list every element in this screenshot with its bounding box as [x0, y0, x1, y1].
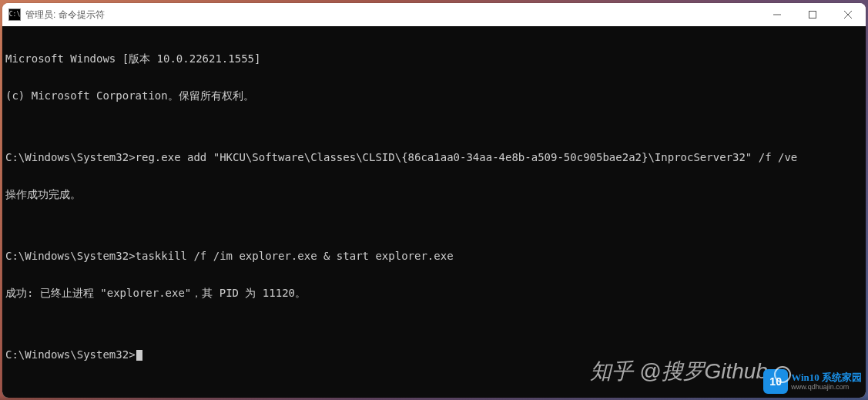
terminal-line: (c) Microsoft Corporation。保留所有权利。 — [5, 89, 863, 102]
terminal-line: 成功: 已终止进程 "explorer.exe"，其 PID 为 11120。 — [5, 287, 863, 299]
terminal-output[interactable]: Microsoft Windows [版本 10.0.22621.1555] (… — [2, 26, 866, 398]
terminal-line: 操作成功完成。 — [5, 188, 863, 200]
close-button[interactable] — [830, 3, 866, 26]
maximize-button[interactable] — [795, 3, 830, 26]
window-title: 管理员: 命令提示符 — [25, 8, 759, 22]
terminal-line: Microsoft Windows [版本 10.0.22621.1555] — [5, 52, 863, 65]
cmd-icon-glyph: C:\ — [9, 12, 20, 18]
minimize-button[interactable] — [759, 3, 795, 26]
maximize-icon — [809, 11, 816, 18]
cursor — [136, 350, 142, 361]
minimize-icon — [773, 11, 781, 18]
cmd-icon: C:\ — [8, 8, 21, 21]
titlebar[interactable]: C:\ 管理员: 命令提示符 — [2, 3, 866, 26]
terminal-prompt-line: C:\Windows\System32> — [5, 348, 863, 361]
close-icon — [844, 11, 852, 18]
terminal-line: C:\Windows\System32>taskkill /f /im expl… — [5, 250, 863, 262]
window-controls — [759, 3, 866, 26]
terminal-prompt: C:\Windows\System32> — [5, 348, 136, 361]
command-prompt-window: C:\ 管理员: 命令提示符 Microsoft Windows [版本 10.… — [2, 3, 866, 398]
terminal-line: C:\Windows\System32>reg.exe add "HKCU\So… — [5, 151, 863, 163]
svg-rect-1 — [809, 12, 816, 18]
